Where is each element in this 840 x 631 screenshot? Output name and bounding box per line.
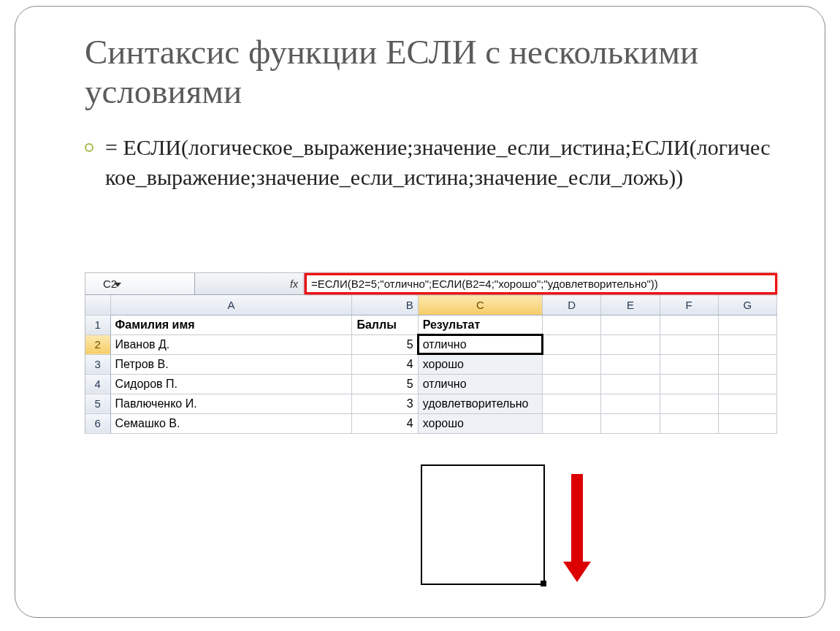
row-header-1[interactable]: 1 bbox=[85, 315, 110, 334]
cell-d6[interactable] bbox=[543, 413, 601, 433]
cell-d1[interactable] bbox=[543, 315, 601, 334]
cell-g2[interactable] bbox=[718, 334, 776, 354]
selection-outline bbox=[421, 464, 545, 585]
cell-e2[interactable] bbox=[601, 334, 660, 354]
cell-c3[interactable]: хорошо bbox=[418, 354, 542, 374]
cell-d4[interactable] bbox=[543, 374, 601, 394]
col-header-d[interactable]: D bbox=[543, 295, 601, 315]
dropdown-icon[interactable] bbox=[114, 283, 121, 287]
fill-handle[interactable] bbox=[541, 581, 546, 586]
red-arrow-icon bbox=[563, 474, 591, 582]
cell-g1[interactable] bbox=[718, 315, 776, 334]
cell-f3[interactable] bbox=[660, 354, 718, 374]
col-header-g[interactable]: G bbox=[718, 295, 776, 315]
row-header-2[interactable]: 2 bbox=[85, 334, 110, 354]
slide-frame: Синтаксис функции ЕСЛИ с несколькими усл… bbox=[15, 6, 825, 618]
row-header-5[interactable]: 5 bbox=[85, 394, 110, 413]
bullet-item: = ЕСЛИ(логическое_выражение;значение_есл… bbox=[85, 133, 777, 192]
cell-g4[interactable] bbox=[718, 374, 776, 394]
cell-b3[interactable]: 4 bbox=[352, 354, 418, 374]
name-box[interactable]: C2 bbox=[85, 273, 195, 294]
bullet-text: = ЕСЛИ(логическое_выражение;значение_есл… bbox=[105, 133, 777, 192]
cell-c5[interactable]: удовлетворительно bbox=[418, 394, 542, 413]
cell-g6[interactable] bbox=[718, 413, 776, 433]
formula-input[interactable]: =ЕСЛИ(B2=5;"отлично";ЕСЛИ(B2=4;"хорошо";… bbox=[305, 273, 777, 294]
cell-e3[interactable] bbox=[601, 354, 660, 374]
cell-e1[interactable] bbox=[601, 315, 660, 334]
row-header-4[interactable]: 4 bbox=[85, 374, 110, 394]
cell-d3[interactable] bbox=[543, 354, 601, 374]
slide-title: Синтаксис функции ЕСЛИ с несколькими усл… bbox=[85, 32, 777, 111]
cell-a1[interactable]: Фамилия имя bbox=[110, 315, 352, 334]
row-header-6[interactable]: 6 bbox=[85, 413, 110, 433]
cell-f6[interactable] bbox=[660, 413, 718, 433]
cell-e6[interactable] bbox=[601, 413, 660, 433]
row-header-3[interactable]: 3 bbox=[85, 354, 110, 374]
cell-f4[interactable] bbox=[660, 374, 718, 394]
cell-f1[interactable] bbox=[660, 315, 718, 334]
cell-a5[interactable]: Павлюченко И. bbox=[110, 394, 352, 413]
cell-a6[interactable]: Семашко В. bbox=[110, 413, 352, 433]
cell-c4[interactable]: отлично bbox=[418, 374, 542, 394]
cell-b4[interactable]: 5 bbox=[352, 374, 418, 394]
spreadsheet-grid[interactable]: A B C D E F G 1 Фамилия имя Баллы Резуль… bbox=[85, 295, 777, 434]
cell-d2[interactable] bbox=[543, 334, 601, 354]
cell-g3[interactable] bbox=[718, 354, 776, 374]
col-header-b[interactable]: B bbox=[352, 295, 418, 315]
fx-icon[interactable]: fx bbox=[290, 278, 298, 290]
excel-screenshot: C2 fx =ЕСЛИ(B2=5;"отлично";ЕСЛИ(B2=4;"хо… bbox=[85, 272, 777, 434]
cell-c1[interactable]: Результат bbox=[418, 315, 542, 334]
formula-bar: C2 fx =ЕСЛИ(B2=5;"отлично";ЕСЛИ(B2=4;"хо… bbox=[85, 273, 777, 295]
cell-c6[interactable]: хорошо bbox=[418, 413, 542, 433]
cell-a3[interactable]: Петров В. bbox=[110, 354, 352, 374]
col-header-e[interactable]: E bbox=[601, 295, 660, 315]
cell-g5[interactable] bbox=[718, 394, 776, 413]
col-header-a[interactable]: A bbox=[110, 295, 352, 315]
cell-b5[interactable]: 3 bbox=[352, 394, 418, 413]
select-all-corner[interactable] bbox=[85, 295, 110, 315]
formula-text: =ЕСЛИ(B2=5;"отлично";ЕСЛИ(B2=4;"хорошо";… bbox=[311, 278, 658, 290]
cell-b6[interactable]: 4 bbox=[352, 413, 418, 433]
cell-e4[interactable] bbox=[601, 374, 660, 394]
cell-c2[interactable]: отлично bbox=[418, 334, 542, 354]
col-header-c[interactable]: C bbox=[418, 295, 542, 315]
cell-b2[interactable]: 5 bbox=[352, 334, 418, 354]
cell-a4[interactable]: Сидоров П. bbox=[110, 374, 352, 394]
cell-f2[interactable] bbox=[660, 334, 718, 354]
cell-a2[interactable]: Иванов Д. bbox=[110, 334, 352, 354]
bullet-icon bbox=[85, 143, 93, 152]
cell-b1[interactable]: Баллы bbox=[352, 315, 418, 334]
cell-e5[interactable] bbox=[601, 394, 660, 413]
col-header-f[interactable]: F bbox=[660, 295, 718, 315]
fx-button-area: fx bbox=[195, 273, 305, 294]
cell-f5[interactable] bbox=[660, 394, 718, 413]
cell-d5[interactable] bbox=[543, 394, 601, 413]
